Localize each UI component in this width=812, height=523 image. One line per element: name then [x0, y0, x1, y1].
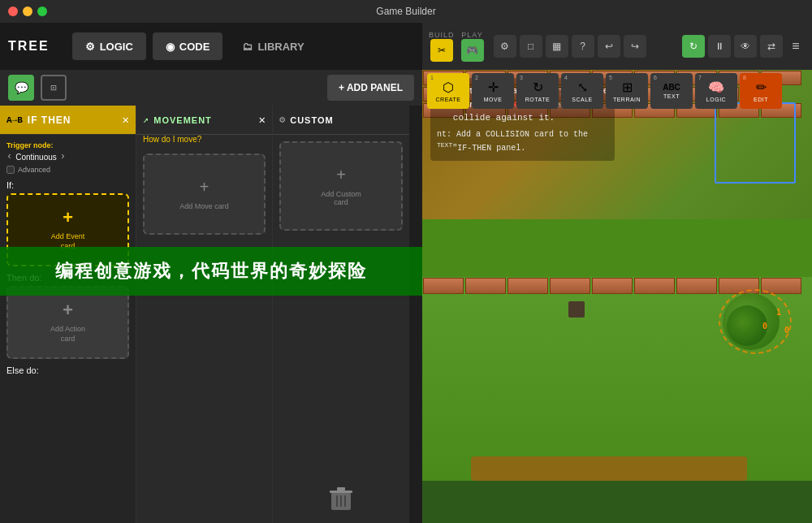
trash-icon[interactable] [326, 482, 356, 515]
add-action-card[interactable]: + Add Action card [6, 286, 129, 359]
layout-icon: ▦ [552, 41, 561, 52]
custom-panel: ⚙ CUSTOM + Add Custom card [273, 106, 409, 523]
if-then-close[interactable]: ✕ [123, 113, 129, 127]
chat-icon-btn[interactable]: 💬 [8, 75, 34, 101]
build-tool-btn[interactable]: ✂ [430, 39, 453, 62]
logic-icon: ⚙ [85, 41, 95, 53]
redo-btn[interactable]: ↪ [624, 35, 646, 58]
rotate-tool-btn[interactable]: 3 ↻ ROTATE [516, 73, 559, 109]
share-icon: ⇄ [767, 41, 775, 52]
pause-btn[interactable]: ⏸ [708, 35, 731, 58]
close-button[interactable] [8, 6, 18, 16]
plus-icon-action: + [63, 301, 73, 322]
scissors-icon: ✂ [438, 45, 446, 56]
refresh-icon: ↻ [689, 41, 698, 52]
fullscreen-button[interactable] [37, 6, 47, 16]
settings-icon: ⚙ [500, 41, 509, 52]
edit-icon: ✏ [756, 80, 767, 95]
monitor-btn[interactable]: □ [520, 35, 542, 58]
refresh-btn[interactable]: ↻ [682, 35, 705, 58]
main-layout: TREE ⚙ LOGIC ◉ CODE 🗂 LIBRARY 💬 ⊡ + ADD … [0, 23, 812, 523]
play-tool-btn[interactable]: 🎮 [461, 39, 484, 62]
trigger-next[interactable]: › [60, 151, 66, 162]
trigger-prev[interactable]: ‹ [6, 151, 12, 162]
cards-area: A→B IF THEN ✕ Trigger node: ‹ Continuous… [0, 106, 422, 523]
share-btn[interactable]: ⇄ [760, 35, 783, 58]
game-viewport: ng what you learned, try to make this tr… [422, 70, 812, 523]
tab-library[interactable]: 🗂 LIBRARY [229, 32, 317, 60]
undo-icon: ↩ [605, 41, 613, 52]
minimize-button[interactable] [23, 6, 32, 16]
layout-btn[interactable]: ▦ [546, 35, 568, 58]
if-then-panel: A→B IF THEN ✕ Trigger node: ‹ Continuous… [0, 106, 136, 523]
advanced-checkbox[interactable] [6, 166, 15, 174]
plus-icon: + [63, 209, 73, 229]
trash-icon-area [273, 474, 409, 523]
ab-icon: A→B [6, 115, 23, 125]
game-text-line3: collide against it. [437, 111, 608, 125]
code-icon: ◉ [166, 41, 175, 53]
tab-logic[interactable]: ⚙ LOGIC [72, 32, 146, 60]
undo-btn[interactable]: ↩ [598, 35, 620, 58]
movement-header: ↗ MOVEMENT ✕ [136, 106, 272, 135]
gamepad-icon: 🎮 [466, 45, 478, 56]
custom-header: ⚙ CUSTOM [273, 106, 409, 135]
ground-scene: 1 0 0 [422, 277, 812, 481]
second-toolbar: 💬 ⊡ + ADD PANEL [0, 70, 422, 106]
right-panel: BUILD ✂ PLAY 🎮 ⚙ □ ▦ ? [422, 23, 812, 523]
library-icon: 🗂 [242, 41, 253, 53]
create-tool-btn[interactable]: 1 ⬡ CREATE [427, 73, 469, 109]
top-toolbar: TREE ⚙ LOGIC ◉ CODE 🗂 LIBRARY [0, 23, 422, 70]
text-tool-btn[interactable]: 6 ABC TEXT [650, 73, 693, 109]
scale-icon: ⤡ [577, 80, 588, 95]
window-title: Game Builder [376, 6, 435, 17]
overlay-banner: 编程创意游戏，代码世界的奇妙探险 [0, 247, 422, 296]
settings-btn[interactable]: ⚙ [494, 35, 516, 58]
add-custom-card[interactable]: + Add Custom card [279, 141, 403, 231]
terrain-tool-btn[interactable]: 5 ⊞ TERRAIN [606, 73, 648, 109]
terrain-icon: ⊞ [622, 80, 633, 95]
help-btn[interactable]: ? [572, 35, 594, 58]
character [568, 301, 585, 318]
menu-icon: ≡ [792, 39, 799, 53]
tree-label: TREE [8, 39, 50, 54]
menu-btn[interactable]: ≡ [786, 37, 806, 56]
text-icon: ABC [663, 83, 680, 92]
svg-rect-1 [330, 491, 352, 493]
logic-tool-btn[interactable]: 7 🧠 LOGIC [695, 73, 737, 109]
custom-gear-icon: ⚙ [279, 114, 285, 126]
eye-icon: 👁 [741, 41, 750, 52]
edit-tool-btn[interactable]: 8 ✏ EDIT [740, 73, 782, 109]
plus-icon-move: + [199, 179, 209, 197]
chat-icon: 💬 [15, 81, 28, 95]
move-icon: ✛ [488, 80, 499, 95]
tab-code[interactable]: ◉ CODE [153, 32, 223, 60]
right-top-toolbar: BUILD ✂ PLAY 🎮 ⚙ □ ▦ ? [422, 23, 812, 70]
create-icon: ⬡ [443, 80, 454, 95]
movement-close[interactable]: ✕ [259, 113, 266, 127]
trigger-section: Trigger node: ‹ Continuous › Advanced [6, 141, 129, 174]
help-icon: ? [580, 41, 585, 52]
frame-icon-btn[interactable]: ⊡ [41, 75, 67, 101]
if-then-header: A→B IF THEN ✕ [0, 106, 136, 135]
movement-icon: ↗ [143, 114, 149, 126]
rotate-icon: ↻ [533, 80, 543, 95]
add-panel-button[interactable]: + ADD PANEL [327, 75, 414, 101]
redo-icon: ↪ [631, 41, 639, 52]
pause-icon: ⏸ [715, 41, 724, 52]
selection-circle [719, 289, 792, 354]
svg-rect-2 [337, 487, 345, 491]
advanced-row: Advanced [6, 166, 129, 174]
trigger-row: ‹ Continuous › [6, 151, 129, 162]
title-bar: Game Builder [0, 0, 812, 23]
plus-icon-custom: + [336, 166, 346, 185]
move-tool-btn[interactable]: 2 ✛ MOVE [472, 73, 514, 109]
game-bottom-toolbar: 1 ⬡ CREATE 2 ✛ MOVE 3 ↻ ROTATE 4 ⤡ S [422, 70, 812, 112]
if-then-content: Trigger node: ‹ Continuous › Advanced If… [0, 135, 136, 523]
monitor-icon: □ [528, 41, 533, 52]
traffic-lights [8, 6, 47, 16]
scale-tool-btn[interactable]: 4 ⤡ SCALE [561, 73, 603, 109]
add-move-card[interactable]: + Add Move card [143, 153, 266, 235]
eye-btn[interactable]: 👁 [734, 35, 757, 58]
movement-panel: ↗ MOVEMENT ✕ How do I move? + Add Move c… [136, 106, 273, 523]
